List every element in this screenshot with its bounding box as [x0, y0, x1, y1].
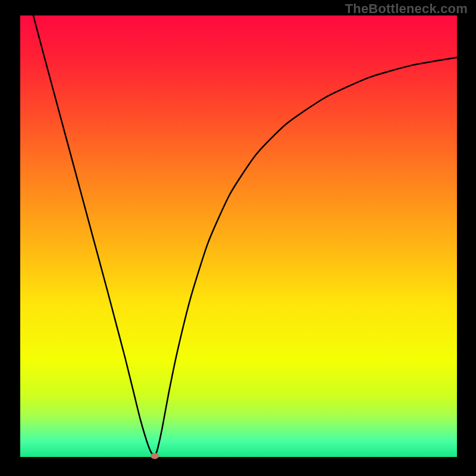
chart-container: TheBottleneck.com [0, 0, 476, 476]
bottleneck-chart [0, 0, 476, 476]
watermark-text: TheBottleneck.com [345, 1, 468, 17]
optimum-marker [151, 453, 159, 459]
plot-area [20, 15, 457, 457]
